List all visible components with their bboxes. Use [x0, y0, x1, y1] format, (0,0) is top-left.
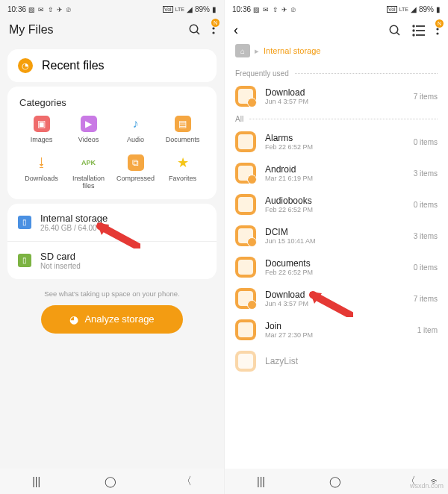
folder-icon: [235, 163, 256, 184]
android-navbar: ||| ◯ 〈 ᯤ: [225, 469, 448, 494]
status-time: 10:36: [7, 5, 26, 13]
category-installation[interactable]: APKInstallation files: [65, 154, 112, 190]
status-battery: 89%: [195, 5, 210, 13]
folder-icon: [235, 319, 256, 340]
folder-row-join[interactable]: JoinMar 27 2:30 PM 1 item: [225, 314, 448, 346]
statusbar: 10:36 ▧ ✉ ⇧ ✈ ⎚ VolLTE ◢ 89% ▮: [0, 0, 224, 16]
nav-home[interactable]: ◯: [329, 475, 341, 487]
svg-point-12: [413, 34, 414, 36]
internal-storage-row[interactable]: ▯ Internal storage 26.40 GB / 64.00 GB: [7, 204, 217, 242]
watermark: wsxdn.com: [410, 482, 444, 490]
folder-row-lazylist[interactable]: LazyList: [225, 346, 448, 377]
category-images[interactable]: ▣Images: [18, 116, 65, 144]
folder-row-android[interactable]: AndroidMar 21 6:19 PM 3 items: [225, 157, 448, 189]
svg-line-1: [196, 31, 199, 34]
list-view-icon[interactable]: [412, 24, 426, 37]
downloads-icon: ⭳: [34, 154, 50, 171]
search-icon[interactable]: [188, 23, 202, 37]
android-navbar: ||| ◯ 〈: [0, 469, 224, 494]
section-all: All: [225, 112, 448, 126]
folder-icon: [235, 257, 256, 278]
categories-card: Categories ▣Images ▶Videos ♪Audio ▤Docum…: [7, 87, 217, 199]
folder-row-audiobooks[interactable]: AudiobooksFeb 22 6:52 PM 0 items: [225, 189, 448, 220]
nav-home[interactable]: ◯: [105, 475, 116, 487]
nav-recents[interactable]: |||: [257, 475, 265, 487]
breadcrumb[interactable]: ⌂ ▸ Internal storage: [225, 44, 448, 66]
category-documents[interactable]: ▤Documents: [159, 116, 206, 144]
svg-point-10: [413, 25, 414, 27]
folder-row-documents[interactable]: DocumentsFeb 22 6:52 PM 0 items: [225, 251, 448, 283]
svg-point-11: [413, 30, 414, 31]
more-icon[interactable]: N: [436, 23, 439, 38]
folder-row-download[interactable]: DownloadJun 4 3:57 PM 7 items: [225, 283, 448, 314]
svg-point-0: [190, 25, 198, 33]
analyze-storage-button[interactable]: ◕ Analyze storage: [41, 305, 183, 334]
breadcrumb-current: Internal storage: [264, 46, 320, 55]
categories-heading: Categories: [18, 96, 206, 116]
clock-icon: ◔: [18, 58, 33, 73]
home-icon[interactable]: ⌂: [235, 44, 250, 57]
folder-icon: [235, 86, 256, 107]
category-videos[interactable]: ▶Videos: [65, 116, 112, 144]
analyze-icon: ◕: [69, 313, 78, 325]
back-icon[interactable]: ‹: [234, 22, 238, 38]
search-icon[interactable]: [388, 24, 402, 37]
analyze-hint: See what's taking up space on your phone…: [0, 290, 224, 298]
sd-card-row[interactable]: ▯ SD card Not inserted: [7, 242, 217, 279]
category-favorites[interactable]: ★Favorites: [159, 154, 206, 190]
images-icon: ▣: [34, 116, 50, 132]
svg-point-4: [212, 31, 214, 34]
folder-row-download-freq[interactable]: Download Jun 4 3:57 PM 7 items: [225, 81, 448, 112]
folder-row-dcim[interactable]: DCIMJun 15 10:41 AM 3 items: [225, 220, 448, 251]
screen-internal-storage: 10:36 ▧ ✉ ⇧ ✈ ⎚ VolLTE ◢ 89% ▮ ‹ N ⌂ ▸: [224, 0, 448, 494]
internal-storage-size: 26.40 GB / 64.00 GB: [40, 224, 110, 232]
svg-point-5: [390, 25, 398, 34]
header: My Files N: [0, 16, 224, 45]
videos-icon: ▶: [81, 116, 97, 132]
folder-icon: [235, 288, 256, 309]
page-title: My Files: [9, 23, 54, 37]
folder-icon: [235, 351, 256, 372]
sd-card-label: SD card: [40, 251, 81, 262]
notification-badge: N: [211, 19, 220, 27]
svg-point-3: [212, 27, 214, 29]
folder-icon: [235, 194, 256, 215]
header: ‹ N: [225, 16, 448, 44]
recent-files-card[interactable]: ◔ Recent files: [7, 49, 217, 82]
documents-icon: ▤: [175, 116, 191, 132]
screen-my-files: 10:36 ▧ ✉ ⇧ ✈ ⎚ VolLTE ◢ 89% ▮ My Files …: [0, 0, 224, 494]
storage-card: ▯ Internal storage 26.40 GB / 64.00 GB ▯…: [7, 204, 217, 279]
notification-badge: N: [435, 19, 444, 28]
svg-point-14: [436, 28, 438, 30]
star-icon: ★: [175, 154, 191, 171]
svg-line-6: [396, 32, 399, 35]
folder-icon: [235, 131, 256, 152]
sd-icon: ▯: [18, 254, 31, 267]
internal-storage-label: Internal storage: [40, 213, 110, 224]
folder-row-alarms[interactable]: AlarmsFeb 22 6:52 PM 0 items: [225, 126, 448, 157]
more-icon[interactable]: N: [212, 22, 215, 37]
section-frequently-used: Frequently used: [225, 66, 448, 81]
nav-recents[interactable]: |||: [32, 475, 40, 487]
svg-point-15: [436, 32, 438, 34]
nav-back[interactable]: 〈: [181, 475, 192, 488]
statusbar: 10:36 ▧ ✉ ⇧ ✈ ⎚ VolLTE ◢ 89% ▮: [225, 0, 448, 16]
category-downloads[interactable]: ⭳Downloads: [18, 154, 65, 190]
recent-files-label: Recent files: [42, 59, 105, 72]
category-audio[interactable]: ♪Audio: [112, 116, 159, 144]
sd-card-status: Not inserted: [40, 262, 81, 270]
compressed-icon: ⧉: [128, 154, 144, 171]
category-compressed[interactable]: ⧉Compressed: [112, 154, 159, 190]
audio-icon: ♪: [128, 116, 144, 132]
folder-icon: [235, 225, 256, 246]
apk-icon: APK: [81, 154, 97, 171]
phone-icon: ▯: [18, 216, 31, 229]
